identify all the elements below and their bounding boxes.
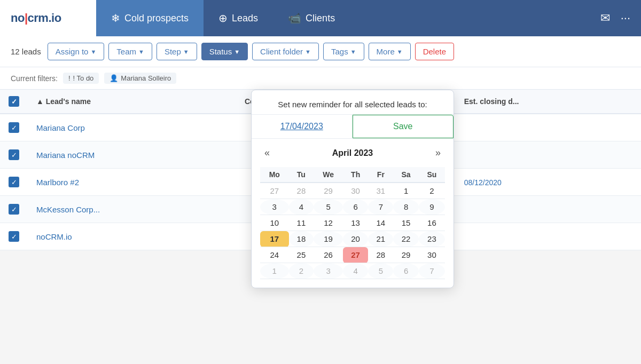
calendar-header: « April 2023 » (260, 144, 445, 162)
weekday-header: Tu (289, 167, 314, 183)
leads-icon: ⊕ (218, 12, 228, 25)
row-checkbox-cell[interactable]: ✓ (0, 141, 28, 169)
calendar-day[interactable]: 6 (343, 199, 369, 215)
calendar-day[interactable]: 28 (289, 183, 314, 199)
calendar-day[interactable]: 23 (419, 231, 445, 247)
nav-right: ✉ ··· (590, 0, 641, 36)
calendar-day[interactable]: 3 (260, 199, 289, 215)
select-all-header[interactable]: ✓ (0, 90, 28, 114)
calendar-day[interactable]: 24 (260, 247, 289, 251)
calendar-day[interactable]: 30 (419, 247, 445, 251)
user-icon: 👤 (110, 74, 118, 82)
mail-icon[interactable]: ✉ (600, 11, 610, 25)
nav-item-clients-label: Clients (306, 13, 335, 24)
popup-header: Set new reminder for all selected leads … (252, 90, 454, 115)
row-checkbox[interactable]: ✓ (9, 149, 19, 160)
todo-icon: ! (68, 74, 71, 82)
nav-item-leads[interactable]: ⊕ Leads (204, 0, 273, 36)
tags-button[interactable]: Tags ▼ (323, 43, 364, 60)
select-all-checkbox[interactable]: ✓ (9, 96, 19, 107)
nav-item-cold-prospects[interactable]: ❄ Cold prospects (96, 0, 204, 36)
row-lead-name[interactable]: Mariana noCRM (28, 141, 236, 169)
filter-todo[interactable]: ! ! To do (63, 73, 99, 84)
more-nav-icon[interactable]: ··· (621, 11, 630, 25)
tags-arrow-icon: ▼ (350, 49, 356, 55)
calendar-day[interactable]: 10 (260, 215, 289, 231)
row-closing-date (456, 196, 641, 223)
calendar-day[interactable]: 2 (419, 183, 445, 199)
calendar-day[interactable]: 11 (289, 215, 314, 231)
popup-date-input[interactable]: 17/04/2023 (252, 115, 353, 138)
row-lead-name[interactable]: Mariana Corp (28, 114, 236, 141)
lead-name-header[interactable]: ▲ Lead's name (28, 90, 236, 114)
row-checkbox[interactable]: ✓ (9, 204, 19, 215)
row-checkbox[interactable]: ✓ (9, 177, 19, 187)
calendar: « April 2023 » MoTuWeThFrSaSu 2728293031… (252, 139, 454, 250)
row-checkbox[interactable]: ✓ (9, 122, 19, 133)
calendar-day[interactable]: 15 (393, 215, 419, 231)
weekday-header: Su (419, 167, 445, 183)
weekday-header: We (314, 167, 343, 183)
step-button[interactable]: Step ▼ (157, 43, 197, 60)
calendar-day[interactable]: 26 (314, 247, 343, 251)
popup-save-button[interactable]: Save (353, 115, 454, 138)
calendar-day[interactable]: 7 (368, 199, 393, 215)
calendar-day[interactable]: 30 (343, 183, 369, 199)
prev-month-button[interactable]: « (260, 146, 274, 160)
calendar-day[interactable]: 29 (314, 183, 343, 199)
row-checkbox-cell[interactable]: ✓ (0, 196, 28, 223)
calendar-day[interactable]: 18 (289, 231, 314, 247)
calendar-day[interactable]: 1 (393, 183, 419, 199)
weekday-header: Sa (393, 167, 419, 183)
calendar-day[interactable]: 22 (393, 231, 419, 247)
filters-bar: Current filters: ! ! To do 👤 Mariana Sol… (0, 67, 641, 90)
more-button[interactable]: More ▼ (369, 43, 411, 60)
nav-item-cold-prospects-label: Cold prospects (124, 13, 189, 24)
top-nav: no|crm.io ❄ Cold prospects ⊕ Leads 📹 Cli… (0, 0, 641, 36)
status-button[interactable]: Status ▼ (201, 43, 248, 60)
calendar-day[interactable]: 27 (260, 183, 289, 199)
team-arrow-icon: ▼ (138, 49, 144, 55)
assign-to-button[interactable]: Assign to ▼ (48, 43, 105, 60)
row-lead-name[interactable]: noCRM.io (28, 223, 236, 250)
delete-button[interactable]: Delete (415, 43, 454, 60)
nav-item-clients[interactable]: 📹 Clients (273, 0, 350, 36)
calendar-day[interactable]: 21 (368, 231, 393, 247)
next-month-button[interactable]: » (431, 146, 445, 160)
calendar-day[interactable]: 4 (289, 199, 314, 215)
logo-text: no|crm.io (11, 11, 61, 25)
filters-label: Current filters: (11, 74, 58, 83)
calendar-day[interactable]: 14 (368, 215, 393, 231)
calendar-grid: MoTuWeThFrSaSu 2728293031123456789101112… (260, 167, 445, 250)
client-folder-button[interactable]: Client folder ▼ (252, 43, 319, 60)
calendar-day[interactable]: 17 (260, 231, 289, 247)
calendar-day[interactable]: 8 (393, 199, 419, 215)
calendar-day[interactable]: 25 (289, 247, 314, 251)
calendar-day[interactable]: 19 (314, 231, 343, 247)
row-lead-name[interactable]: Marlboro #2 (28, 169, 236, 196)
row-checkbox-cell[interactable]: ✓ (0, 223, 28, 250)
calendar-day[interactable]: 31 (368, 183, 393, 199)
calendar-day[interactable]: 28 (368, 247, 393, 251)
calendar-day[interactable]: 29 (393, 247, 419, 251)
logo: no|crm.io (0, 0, 96, 36)
calendar-day[interactable]: 9 (419, 199, 445, 215)
status-popup: Set new reminder for all selected leads … (251, 90, 454, 250)
calendar-day[interactable]: 12 (314, 215, 343, 231)
calendar-day[interactable]: 5 (314, 199, 343, 215)
row-checkbox-cell[interactable]: ✓ (0, 114, 28, 141)
weekday-header: Th (343, 167, 369, 183)
closing-date-header: Est. closing d... (456, 90, 641, 114)
calendar-day[interactable]: 16 (419, 215, 445, 231)
calendar-day[interactable]: 20 (343, 231, 369, 247)
row-checkbox-cell[interactable]: ✓ (0, 169, 28, 196)
calendar-day[interactable]: 13 (343, 215, 369, 231)
row-checkbox[interactable]: ✓ (9, 231, 19, 242)
popup-date-save-row: 17/04/2023 Save (252, 115, 454, 139)
row-lead-name[interactable]: McKesson Corp... (28, 196, 236, 223)
filter-user[interactable]: 👤 Mariana Solleiro (104, 73, 176, 84)
more-arrow-icon: ▼ (397, 49, 403, 55)
status-arrow-icon: ▼ (234, 49, 240, 55)
team-button[interactable]: Team ▼ (108, 43, 152, 60)
calendar-day[interactable]: 27 (343, 247, 369, 251)
